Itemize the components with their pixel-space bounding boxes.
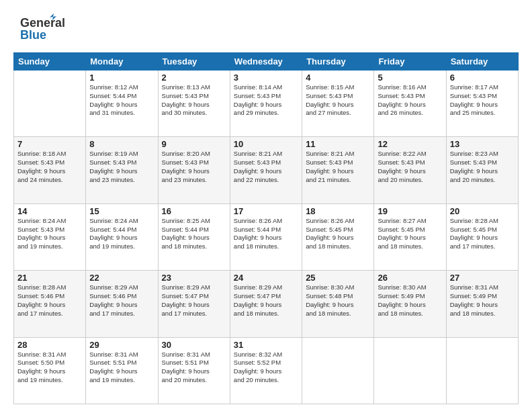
day-info: Sunrise: 8:15 AM Sunset: 5:43 PM Dayligh… xyxy=(306,83,370,118)
day-info: Sunrise: 8:19 AM Sunset: 5:43 PM Dayligh… xyxy=(89,150,154,184)
week-row-2: 14Sunrise: 8:24 AM Sunset: 5:43 PM Dayli… xyxy=(14,203,519,270)
day-number: 29 xyxy=(89,340,154,350)
day-info: Sunrise: 8:31 AM Sunset: 5:49 PM Dayligh… xyxy=(450,283,515,318)
week-row-0: 1Sunrise: 8:12 AM Sunset: 5:44 PM Daylig… xyxy=(14,71,519,137)
col-header-thursday: Thursday xyxy=(302,53,374,71)
day-info: Sunrise: 8:29 AM Sunset: 5:47 PM Dayligh… xyxy=(162,283,226,318)
week-row-3: 21Sunrise: 8:28 AM Sunset: 5:46 PM Dayli… xyxy=(14,271,519,337)
day-cell: 26Sunrise: 8:30 AM Sunset: 5:49 PM Dayli… xyxy=(374,271,446,337)
day-info: Sunrise: 8:28 AM Sunset: 5:46 PM Dayligh… xyxy=(17,283,82,318)
day-number: 3 xyxy=(234,73,298,83)
day-cell xyxy=(446,337,518,404)
calendar-header-row: SundayMondayTuesdayWednesdayThursdayFrid… xyxy=(14,53,519,71)
day-cell xyxy=(374,337,446,404)
day-info: Sunrise: 8:28 AM Sunset: 5:45 PM Dayligh… xyxy=(450,217,515,251)
day-number: 31 xyxy=(234,340,298,350)
col-header-saturday: Saturday xyxy=(446,53,518,71)
day-cell: 31Sunrise: 8:32 AM Sunset: 5:52 PM Dayli… xyxy=(230,337,302,404)
day-cell: 27Sunrise: 8:31 AM Sunset: 5:49 PM Dayli… xyxy=(446,271,518,337)
week-row-1: 7Sunrise: 8:18 AM Sunset: 5:43 PM Daylig… xyxy=(14,137,519,203)
day-number: 1 xyxy=(89,73,154,83)
day-number: 22 xyxy=(89,273,154,283)
day-info: Sunrise: 8:21 AM Sunset: 5:43 PM Dayligh… xyxy=(306,150,370,184)
day-info: Sunrise: 8:24 AM Sunset: 5:44 PM Dayligh… xyxy=(89,217,154,251)
col-header-sunday: Sunday xyxy=(14,53,86,71)
day-info: Sunrise: 8:29 AM Sunset: 5:46 PM Dayligh… xyxy=(89,283,154,318)
day-cell: 21Sunrise: 8:28 AM Sunset: 5:46 PM Dayli… xyxy=(14,271,86,337)
day-cell: 20Sunrise: 8:28 AM Sunset: 5:45 PM Dayli… xyxy=(446,203,518,270)
day-number: 13 xyxy=(450,139,515,149)
day-info: Sunrise: 8:30 AM Sunset: 5:49 PM Dayligh… xyxy=(378,283,442,318)
day-cell: 10Sunrise: 8:21 AM Sunset: 5:43 PM Dayli… xyxy=(230,137,302,203)
day-info: Sunrise: 8:26 AM Sunset: 5:45 PM Dayligh… xyxy=(306,217,370,251)
col-header-wednesday: Wednesday xyxy=(230,53,302,71)
day-cell: 14Sunrise: 8:24 AM Sunset: 5:43 PM Dayli… xyxy=(14,203,86,270)
day-number: 8 xyxy=(89,139,154,149)
day-number: 10 xyxy=(234,139,298,149)
day-info: Sunrise: 8:12 AM Sunset: 5:44 PM Dayligh… xyxy=(89,83,154,118)
calendar-page: General Blue SundayMondayTuesdayWednesda… xyxy=(0,0,532,411)
header: General Blue xyxy=(13,12,519,46)
day-info: Sunrise: 8:18 AM Sunset: 5:43 PM Dayligh… xyxy=(17,150,82,184)
svg-text:Blue: Blue xyxy=(20,28,46,42)
day-cell: 17Sunrise: 8:26 AM Sunset: 5:44 PM Dayli… xyxy=(230,203,302,270)
day-cell: 5Sunrise: 8:16 AM Sunset: 5:43 PM Daylig… xyxy=(374,71,446,137)
day-cell: 6Sunrise: 8:17 AM Sunset: 5:43 PM Daylig… xyxy=(446,71,518,137)
day-cell: 2Sunrise: 8:13 AM Sunset: 5:43 PM Daylig… xyxy=(158,71,230,137)
day-number: 9 xyxy=(162,139,226,149)
day-cell: 4Sunrise: 8:15 AM Sunset: 5:43 PM Daylig… xyxy=(302,71,374,137)
day-cell: 25Sunrise: 8:30 AM Sunset: 5:48 PM Dayli… xyxy=(302,271,374,337)
day-cell: 24Sunrise: 8:29 AM Sunset: 5:47 PM Dayli… xyxy=(230,271,302,337)
day-number: 19 xyxy=(378,206,442,216)
day-number: 11 xyxy=(306,139,370,149)
day-info: Sunrise: 8:22 AM Sunset: 5:43 PM Dayligh… xyxy=(378,150,442,184)
day-info: Sunrise: 8:17 AM Sunset: 5:43 PM Dayligh… xyxy=(450,83,515,118)
day-info: Sunrise: 8:13 AM Sunset: 5:43 PM Dayligh… xyxy=(162,83,226,118)
day-cell: 23Sunrise: 8:29 AM Sunset: 5:47 PM Dayli… xyxy=(158,271,230,337)
svg-text:General: General xyxy=(20,16,65,30)
day-number: 12 xyxy=(378,139,442,149)
day-info: Sunrise: 8:20 AM Sunset: 5:43 PM Dayligh… xyxy=(162,150,226,184)
logo-icon: General Blue xyxy=(13,12,67,46)
day-cell xyxy=(14,71,86,137)
col-header-monday: Monday xyxy=(86,53,158,71)
day-info: Sunrise: 8:26 AM Sunset: 5:44 PM Dayligh… xyxy=(234,217,298,251)
day-cell: 22Sunrise: 8:29 AM Sunset: 5:46 PM Dayli… xyxy=(86,271,158,337)
day-number: 18 xyxy=(306,206,370,216)
day-info: Sunrise: 8:32 AM Sunset: 5:52 PM Dayligh… xyxy=(234,351,298,385)
day-info: Sunrise: 8:23 AM Sunset: 5:43 PM Dayligh… xyxy=(450,150,515,184)
day-number: 17 xyxy=(234,206,298,216)
day-cell: 7Sunrise: 8:18 AM Sunset: 5:43 PM Daylig… xyxy=(14,137,86,203)
day-cell: 29Sunrise: 8:31 AM Sunset: 5:51 PM Dayli… xyxy=(86,337,158,404)
day-info: Sunrise: 8:14 AM Sunset: 5:43 PM Dayligh… xyxy=(234,83,298,118)
day-number: 23 xyxy=(162,273,226,283)
col-header-tuesday: Tuesday xyxy=(158,53,230,71)
day-number: 2 xyxy=(162,73,226,83)
day-info: Sunrise: 8:31 AM Sunset: 5:51 PM Dayligh… xyxy=(89,351,154,385)
day-cell: 9Sunrise: 8:20 AM Sunset: 5:43 PM Daylig… xyxy=(158,137,230,203)
day-info: Sunrise: 8:29 AM Sunset: 5:47 PM Dayligh… xyxy=(234,283,298,318)
day-number: 15 xyxy=(89,206,154,216)
day-cell: 28Sunrise: 8:31 AM Sunset: 5:50 PM Dayli… xyxy=(14,337,86,404)
day-number: 30 xyxy=(162,340,226,350)
day-info: Sunrise: 8:30 AM Sunset: 5:48 PM Dayligh… xyxy=(306,283,370,318)
day-info: Sunrise: 8:16 AM Sunset: 5:43 PM Dayligh… xyxy=(378,83,442,118)
calendar-table: SundayMondayTuesdayWednesdayThursdayFrid… xyxy=(13,52,519,404)
day-info: Sunrise: 8:31 AM Sunset: 5:51 PM Dayligh… xyxy=(162,351,226,385)
day-info: Sunrise: 8:24 AM Sunset: 5:43 PM Dayligh… xyxy=(17,217,82,251)
day-number: 20 xyxy=(450,206,515,216)
day-number: 28 xyxy=(17,340,82,350)
day-info: Sunrise: 8:25 AM Sunset: 5:44 PM Dayligh… xyxy=(162,217,226,251)
calendar-body: 1Sunrise: 8:12 AM Sunset: 5:44 PM Daylig… xyxy=(14,71,519,404)
day-number: 24 xyxy=(234,273,298,283)
day-number: 7 xyxy=(17,139,82,149)
week-row-4: 28Sunrise: 8:31 AM Sunset: 5:50 PM Dayli… xyxy=(14,337,519,404)
day-number: 26 xyxy=(378,273,442,283)
day-cell: 1Sunrise: 8:12 AM Sunset: 5:44 PM Daylig… xyxy=(86,71,158,137)
day-number: 25 xyxy=(306,273,370,283)
day-number: 5 xyxy=(378,73,442,83)
day-info: Sunrise: 8:27 AM Sunset: 5:45 PM Dayligh… xyxy=(378,217,442,251)
day-number: 21 xyxy=(17,273,82,283)
logo: General Blue xyxy=(13,12,67,46)
day-info: Sunrise: 8:21 AM Sunset: 5:43 PM Dayligh… xyxy=(234,150,298,184)
